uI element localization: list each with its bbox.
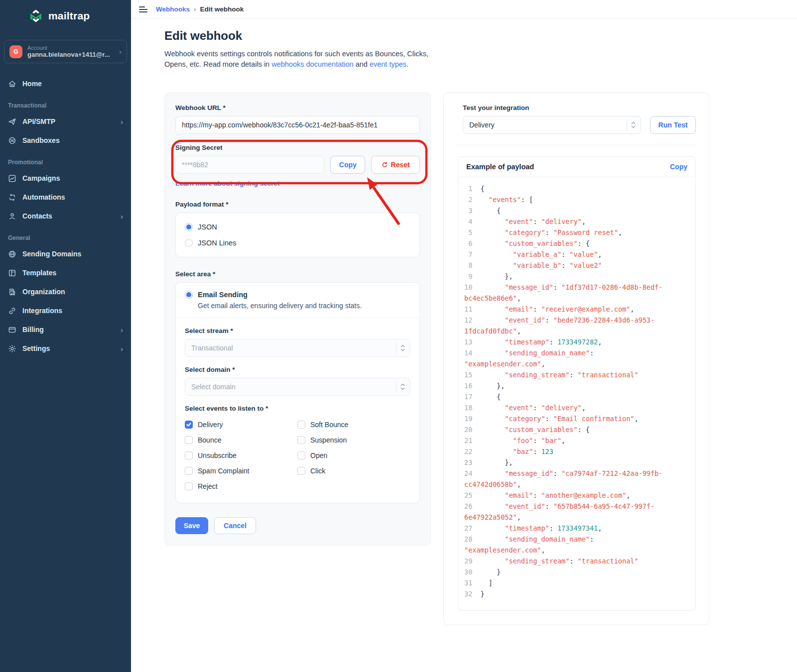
sidebar-item-organization[interactable]: Organization [0,282,131,301]
reset-secret-button[interactable]: Reset [371,156,420,174]
description-text: and [354,60,370,68]
globe-icon [8,250,16,258]
nav-item-label: Integrations [22,307,123,315]
copy-secret-button[interactable]: Copy [330,156,365,174]
signing-secret-input[interactable] [175,156,324,174]
select-stream-label: Select stream * [185,327,410,335]
checkbox-reject[interactable]: Reject [185,478,297,494]
radio-icon [185,223,193,231]
stepper-icon [396,381,406,392]
select-events-section: Select events to listen to * DeliveryBou… [185,396,410,503]
webhook-url-input[interactable] [175,116,420,134]
nav-item-label: Organization [22,288,123,296]
sidebar-item-integrations[interactable]: Integrations [0,301,131,320]
select-domain-dropdown[interactable]: Select domain [185,378,410,396]
select-area-box: Email Sending Get email alerts, ensuring… [175,282,420,503]
checkbox-open[interactable]: Open [297,448,410,463]
select-stream-value: Transactional [191,344,396,352]
select-area-section: Select area * Email Sending Get email al… [175,270,420,503]
radio-label: JSON [198,223,217,231]
sidebar-item-contacts[interactable]: Contacts› [0,207,131,225]
chevron-right-icon: › [121,117,123,126]
signing-secret-learn-more-link[interactable]: Learn more about signing secret [175,180,279,187]
sidebar-item-sending-domains[interactable]: Sending Domains [0,244,131,263]
payload-example-box: Example of payload Copy 1 { 2 "events": … [458,156,696,611]
code-line: 10 "message_id": "1df37d17-0286-4d8b-8ed… [464,282,676,304]
breadcrumb-current: Edit webhook [200,5,244,13]
checkbox-delivery[interactable]: Delivery [185,417,297,432]
nav-item-label: Campaigns [22,174,123,182]
payload-format-section: Payload format * JSONJSON Lines [175,201,420,257]
test-event-dropdown[interactable]: Delivery [463,116,641,134]
menu-icon[interactable] [139,6,148,12]
code-line: 22 "baz": 123 [464,446,676,457]
checkbox-suspension[interactable]: Suspension [297,432,410,448]
checkbox-label: Soft Bounce [310,421,348,429]
code-line: 15 "sending_stream": "transactional" [464,369,676,380]
payload-format-label: Payload format * [175,201,420,208]
radio-json[interactable]: JSON [185,219,410,235]
code-line: 30 } [464,566,676,577]
sidebar-item-settings[interactable]: Settings› [0,339,131,358]
code-line: 19 "category": "Email confirmation", [464,413,676,424]
nav-section-general: General [0,225,131,244]
checkbox-icon [185,421,193,429]
sidebar-item-home[interactable]: Home [0,74,131,93]
select-stream-section: Select stream * Transactional [185,318,410,357]
home-icon [8,80,16,88]
topbar: Webhooks › Edit webhook [131,0,797,19]
page-head: Edit webhook Webhook events settings con… [164,29,433,70]
code-line: 14 "sending_domain_name": "examplesender… [464,347,676,369]
checkbox-icon [297,467,305,475]
stepper-icon [396,342,406,353]
mailtrap-logo[interactable]: mailtrap [0,0,131,24]
copy-payload-button[interactable]: Copy [670,163,687,171]
account-label: Account [27,45,114,51]
account-texts: Account ganna.bielanova+1411@r... [27,45,114,58]
sidebar-item-automations[interactable]: Automations [0,188,131,207]
checkbox-icon [185,482,193,490]
email-sending-radio[interactable]: Email Sending [185,291,410,299]
radio-json-lines[interactable]: JSON Lines [185,235,410,251]
link-event-types[interactable]: event types [370,60,406,68]
account-switcher[interactable]: G Account ganna.bielanova+1411@r... › [4,40,127,63]
code-line: 2 "events": [ [464,194,676,205]
checkbox-spam-complaint[interactable]: Spam Complaint [185,463,297,478]
code-line: 24 "message_id": "ca7974af-7212-42aa-99f… [464,468,676,490]
sidebar-item-campaigns[interactable]: Campaigns [0,169,131,188]
nav-item-label: Sending Domains [22,250,123,258]
save-button[interactable]: Save [175,517,208,534]
templates-icon [8,269,16,277]
code-line: 16 }, [464,380,676,391]
checkbox-soft-bounce[interactable]: Soft Bounce [297,417,410,432]
chevron-right-icon: › [119,47,122,56]
sidebar-item-api-smtp[interactable]: API/SMTP› [0,112,131,131]
run-test-button[interactable]: Run Test [650,116,696,134]
nav-item-label: Home [22,80,123,88]
sidebar-item-billing[interactable]: Billing› [0,320,131,339]
select-stream-dropdown[interactable]: Transactional [185,339,410,357]
payload-title: Example of payload [466,163,534,171]
sidebar-item-sandboxes[interactable]: Sandboxes [0,131,131,150]
code-line: 20 "custom_variables": { [464,424,676,435]
test-integration-card: Test your integration Delivery Run Test … [443,93,709,625]
payload-code: 1 { 2 "events": [ 3 { 4 "event": "delive… [458,177,683,610]
cancel-button[interactable]: Cancel [214,517,256,534]
form-actions: Save Cancel [175,517,420,534]
sidebar-item-templates[interactable]: Templates [0,263,131,282]
link-webhooks-documentation[interactable]: webhooks documentation [271,60,353,68]
code-line: 8 "variable_b": "value2" [464,260,676,271]
checkbox-icon [297,436,305,444]
checkbox-unsubscribe[interactable]: Unsubscribe [185,448,297,463]
code-line: 13 "timestamp": 1733497282, [464,336,676,347]
checkbox-label: Spam Complaint [198,467,250,475]
nav-item-label: Sandboxes [22,136,123,144]
breadcrumb-webhooks[interactable]: Webhooks [156,5,190,13]
checkbox-bounce[interactable]: Bounce [185,432,297,448]
code-line: 5 "category": "Password reset", [464,227,676,238]
code-line: 23 }, [464,457,676,468]
paper-plane-icon [8,117,16,126]
nav-item-label: Settings [22,344,115,352]
checkbox-click[interactable]: Click [297,463,410,478]
organization-icon [8,288,16,296]
